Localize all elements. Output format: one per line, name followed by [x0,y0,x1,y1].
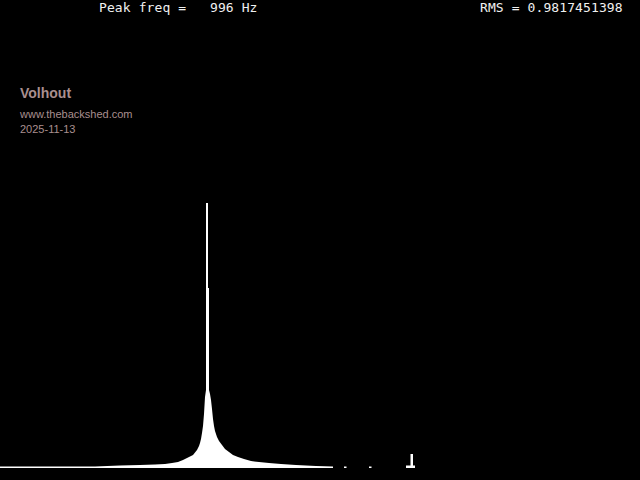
harmonic-spike-base [406,466,415,469]
noise-dot [369,467,372,469]
spectrum-main-lobe [0,203,333,468]
fft-analyzer-screen: Peak freq = 996 Hz RMS = 0.9817451398 Vo… [0,0,640,480]
spectrum-plot [0,0,640,480]
noise-dot [344,467,347,469]
